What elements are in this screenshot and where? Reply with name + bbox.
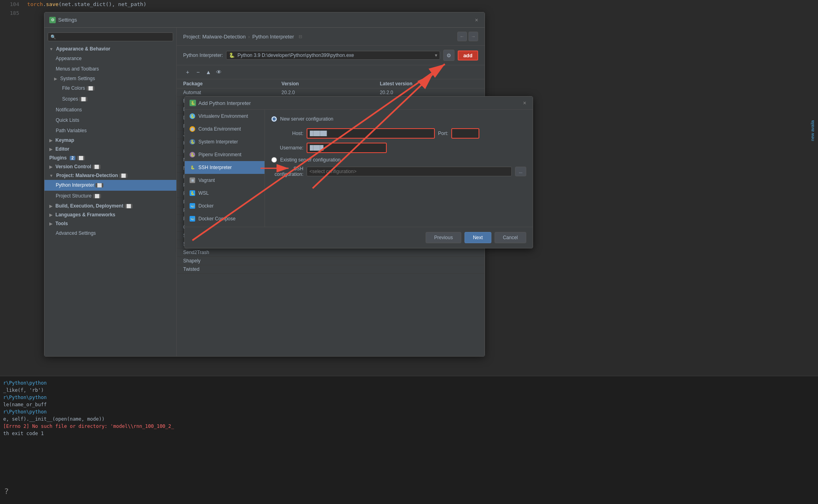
sidebar-label-system-settings: System Settings (60, 76, 95, 81)
sidebar-section-plugins[interactable]: Plugins 2 ⬜ (44, 153, 176, 162)
dialog-item-ssh[interactable]: 🐍 SSH Interpreter (185, 161, 265, 174)
pipenv-icon: 🐍 (190, 152, 195, 157)
dialog-item-wsl[interactable]: 🐍 WSL (185, 187, 265, 200)
interpreter-select[interactable]: 🐍 Python 3.9 D:\developer\Python\python3… (226, 51, 440, 60)
table-row[interactable]: Automat 20.2.0 20.2.0 (177, 89, 485, 97)
settings-close-button[interactable]: × (473, 17, 480, 23)
settings-search-input[interactable] (58, 34, 170, 40)
remove-package-button[interactable]: − (194, 68, 202, 77)
previous-button[interactable]: Previous (426, 232, 461, 243)
sidebar-item-file-colors[interactable]: File Colors ⬜ (44, 83, 176, 94)
sidebar-section-version-control[interactable]: ▶ Version Control ⬜ (44, 162, 176, 171)
upgrade-package-button[interactable]: ▲ (204, 68, 213, 77)
conda-icon: ⬤ (190, 126, 195, 132)
sidebar-section-languages[interactable]: ▶ Languages & Frameworks (44, 210, 176, 219)
radio-new-config[interactable] (271, 116, 277, 122)
table-row[interactable]: Shapely (177, 257, 485, 265)
sidebar-label-appearance: Appearance (56, 56, 82, 61)
gear-button[interactable]: ⚙ (443, 50, 454, 61)
sidebar-label-version-control: Version Control (55, 164, 91, 169)
username-row: Username: (271, 143, 526, 153)
dialog-item-conda[interactable]: ⬤ Conda Environment (185, 123, 265, 135)
sidebar-section-tools[interactable]: ▶ Tools (44, 219, 176, 228)
dialog-sidebar: 🐍 Virtualenv Environment ⬤ Conda Environ… (185, 110, 265, 227)
dialog-label-virtualenv: Virtualenv Environment (198, 112, 248, 120)
sidebar-label-project: Project: Malware-Detection (56, 173, 118, 178)
sidebar-label-notifications: Notifications (56, 107, 82, 113)
port-input[interactable]: 22 (451, 128, 479, 139)
ssh-config-browse-button[interactable]: ... (515, 167, 526, 176)
sidebar-item-menus-toolbars[interactable]: Menus and Toolbars (44, 64, 176, 74)
username-input[interactable] (307, 143, 387, 153)
expand-arrow-languages: ▶ (49, 213, 53, 217)
dialog-label-vagrant: Vagrant (198, 176, 215, 184)
ssh-icon: 🐍 (190, 165, 195, 170)
nav-forward-button[interactable]: → (469, 32, 478, 41)
terminal-line-7: e, self).__init__(open(name, mode)) (3, 415, 815, 423)
virtualenv-icon: 🐍 (190, 113, 195, 119)
settings-title-bar: ⚙ Settings × (44, 12, 485, 28)
host-row: Host: Port: 22 (271, 128, 526, 139)
build-badge: ⬜ (125, 204, 133, 208)
dialog-label-pipenv: Pipenv Environment (198, 151, 241, 159)
sidebar-section-appearance-behavior[interactable]: ▼ Appearance & Behavior (44, 44, 176, 53)
help-button[interactable]: ? (4, 486, 9, 496)
ssh-config-label: SSH configuration: (271, 166, 303, 177)
sidebar-label-path-variables: Path Variables (56, 128, 87, 133)
next-button[interactable]: Next (465, 232, 491, 243)
cancel-button[interactable]: Cancel (495, 232, 526, 243)
dialog-item-vagrant[interactable]: ◼ Vagrant (185, 174, 265, 187)
sidebar-label-keymap: Keymap (55, 137, 74, 143)
dialog-title-icon: 🐍 (190, 100, 196, 106)
python-interpreter-badge: ⬜ (95, 183, 103, 187)
dialog-item-docker[interactable]: 🐳 Docker (185, 200, 265, 212)
terminal-area[interactable]: r\Python\python _like(f, 'rb') r\Python\… (0, 376, 818, 504)
terminal-line-2: _like(f, 'rb') (3, 387, 815, 394)
expand-arrow-version-control: ▶ (49, 165, 53, 169)
system-icon: 🐍 (190, 139, 195, 145)
search-icon: 🔍 (50, 34, 56, 40)
sidebar-section-editor[interactable]: ▶ Editor (44, 145, 176, 153)
dialog-item-docker-compose[interactable]: 🐳 Docker Compose (185, 212, 265, 225)
terminal-line-8: [Errno 2] No such file or directory: 'mo… (3, 423, 815, 430)
sidebar-section-system-settings[interactable]: ▶ System Settings (44, 74, 176, 83)
port-label: Port: (438, 131, 448, 136)
docker-icon: 🐳 (190, 203, 195, 209)
sidebar-item-scopes[interactable]: Scopes ⬜ (44, 94, 176, 105)
new-available-label: new availa (810, 120, 815, 141)
host-input[interactable] (307, 128, 435, 139)
add-button[interactable]: add (458, 50, 478, 60)
sidebar-item-python-interpreter[interactable]: Python Interpreter ⬜ (44, 180, 176, 191)
sidebar-item-appearance[interactable]: Appearance (44, 53, 176, 64)
sidebar-section-project[interactable]: ▼ Project: Malware-Detection ⬜ (44, 171, 176, 180)
settings-search-box[interactable]: 🔍 (48, 32, 173, 41)
dialog-close-button[interactable]: × (521, 100, 528, 106)
table-row[interactable]: Send2Trash (177, 248, 485, 257)
dialog-item-system[interactable]: 🐍 System Interpreter (185, 135, 265, 148)
sidebar-section-keymap[interactable]: ▶ Keymap (44, 136, 176, 145)
col-latest: Latest version (380, 81, 478, 87)
nav-back-button[interactable]: ← (457, 32, 467, 41)
scopes-badge: ⬜ (79, 97, 87, 101)
add-package-button[interactable]: + (183, 68, 192, 77)
show-preview-button[interactable]: 👁 (214, 68, 223, 77)
dialog-item-virtualenv[interactable]: 🐍 Virtualenv Environment (185, 110, 265, 123)
sidebar-item-path-variables[interactable]: Path Variables (44, 125, 176, 136)
host-label: Host: (271, 131, 303, 136)
add-interpreter-dialog: 🐍 Add Python Interpreter × 🐍 Virtualenv … (184, 96, 533, 248)
sidebar-label-python-interpreter: Python Interpreter (56, 182, 94, 188)
radio-existing-config[interactable] (271, 157, 277, 163)
sidebar-section-build[interactable]: ▶ Build, Execution, Deployment ⬜ (44, 202, 176, 210)
table-row[interactable]: Twisted (177, 265, 485, 274)
sidebar-item-project-structure[interactable]: Project Structure ⬜ (44, 191, 176, 202)
settings-title: ⚙ Settings (49, 17, 77, 23)
terminal-line-4: le(name_or_buff (3, 401, 815, 408)
sidebar-item-notifications[interactable]: Notifications (44, 105, 176, 115)
ssh-config-select[interactable] (307, 167, 512, 176)
docker-compose-icon: 🐳 (190, 216, 195, 222)
sidebar-item-quick-lists[interactable]: Quick Lists (44, 115, 176, 125)
dialog-item-pipenv[interactable]: 🐍 Pipenv Environment (185, 148, 265, 161)
sidebar-item-advanced-settings[interactable]: Advanced Settings (44, 228, 176, 238)
vagrant-icon: ◼ (190, 177, 195, 183)
breadcrumb-page: Python Interpreter (252, 34, 294, 40)
